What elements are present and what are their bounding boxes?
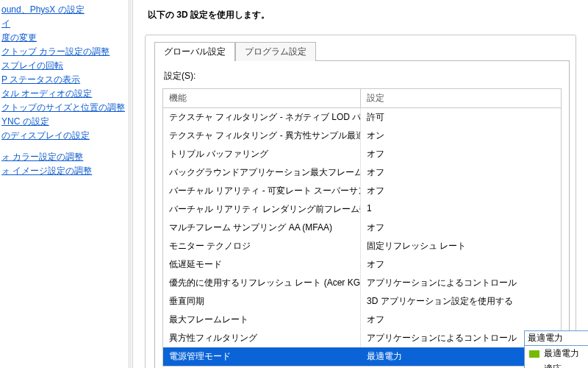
setting-value: オフ (360, 145, 561, 163)
tab-body: 設定(S): 機能 設定 テクスチャ フィルタリング - ネガティブ LOD バ… (154, 60, 570, 368)
nav-sidebar: ound、PhysX の設定 イ 度の変更 クトップ カラー設定の調整 スプレイ… (0, 0, 129, 368)
setting-name: 電源管理モード (163, 347, 360, 366)
setting-name: 垂直同期 (163, 292, 360, 311)
setting-name: テクスチャ フィルタリング - 異方性サンプル最適化 (163, 127, 360, 145)
setting-value: オン (360, 127, 561, 145)
setting-value: 固定リフレッシュ レート (360, 237, 561, 255)
tab-global[interactable]: グローバル設定 (154, 42, 235, 61)
setting-row[interactable]: 最大フレームレートオフ (163, 311, 561, 329)
column-name: 機能 (163, 89, 360, 107)
setting-row[interactable]: 優先的に使用するリフレッシュ レート (Acer KG251Q)アプリケーション… (163, 274, 561, 292)
setting-name: 最大フレームレート (163, 311, 360, 329)
nvidia-icon (529, 350, 539, 358)
dropdown-option[interactable]: 適応 (525, 361, 588, 368)
setting-value: アプリケーションによるコントロール (360, 274, 561, 292)
setting-value: 許可 (360, 108, 561, 127)
tab-program[interactable]: プログラム設定 (235, 42, 316, 61)
setting-row[interactable]: 低遅延モードオフ (163, 255, 561, 274)
setting-name: バックグラウンドアプリケーション最大フレームレート (163, 163, 360, 182)
dropdown-option-label: 最適電力 (544, 347, 579, 360)
dropdown-option[interactable]: 最適電力 (525, 346, 588, 361)
setting-value: オフ (360, 163, 561, 182)
setting-row[interactable]: バーチャル リアリティ - 可変レート スーパーサンプリングオフ (163, 182, 561, 200)
nav-link[interactable]: タル オーディオの設定 (1, 87, 127, 101)
grid-header: 機能 設定 (163, 89, 561, 108)
column-value: 設定 (360, 89, 561, 107)
dropdown-field[interactable]: 最適電力 ⌄ (525, 331, 588, 346)
setting-row[interactable]: モニター テクノロジ固定リフレッシュ レート (163, 237, 561, 255)
setting-row[interactable]: テクスチャ フィルタリング - ネガティブ LOD バイアス許可 (163, 108, 561, 127)
nav-link[interactable]: クトップ カラー設定の調整 (1, 45, 127, 59)
setting-value: オフ (360, 311, 561, 329)
dropdown-value: 最適電力 (528, 332, 588, 344)
setting-name: バーチャル リアリティ レンダリング前フレーム数 (163, 200, 360, 219)
nav-link[interactable]: クトップのサイズと位置の調整 (1, 101, 127, 115)
setting-row[interactable]: 電源管理モード最適電力 (163, 347, 561, 366)
setting-value: オフ (360, 219, 561, 237)
settings-panel: グローバル設定 プログラム設定 設定(S): 機能 設定 テクスチャ フィルタリ… (145, 35, 576, 368)
setting-name: トリプル バッファリング (163, 145, 360, 163)
nav-link[interactable]: ound、PhysX の設定 (1, 3, 127, 17)
nav-link[interactable]: スプレイの回転 (1, 59, 127, 73)
setting-row[interactable]: マルチフレーム サンプリング AA (MFAA)オフ (163, 219, 561, 237)
setting-row[interactable]: トリプル バッファリングオフ (163, 145, 561, 163)
nav-link[interactable]: ォ カラー設定の調整 (1, 150, 127, 164)
nav-link[interactable]: のディスプレイの設定 (1, 129, 127, 143)
dropdown-option-label: 適応 (544, 363, 562, 368)
setting-name: バーチャル リアリティ - 可変レート スーパーサンプリング (163, 182, 360, 200)
settings-label: 設定(S): (164, 70, 562, 82)
nav-link[interactable]: イ (1, 17, 127, 31)
setting-value: オフ (360, 255, 561, 274)
tab-bar: グローバル設定 プログラム設定 (154, 41, 576, 60)
dropdown-list: 最適電力適応パフォーマンス最大化を優先 (525, 346, 588, 368)
nav-link[interactable]: ォ イメージ設定の調整 (1, 164, 127, 178)
setting-row[interactable]: 異方性フィルタリングアプリケーションによるコントロール (163, 329, 561, 347)
nav-link[interactable]: YNC の設定 (1, 115, 127, 129)
setting-name: 異方性フィルタリング (163, 329, 360, 347)
setting-name: 低遅延モード (163, 255, 360, 274)
nav-link[interactable]: 度の変更 (1, 31, 127, 45)
power-mode-dropdown[interactable]: 最適電力 ⌄ 最適電力適応パフォーマンス最大化を優先 (524, 330, 588, 368)
nav-link[interactable]: P ステータスの表示 (1, 73, 127, 87)
setting-value: 3D アプリケーション設定を使用する (360, 292, 561, 311)
setting-name: マルチフレーム サンプリング AA (MFAA) (163, 219, 360, 237)
setting-row[interactable]: バーチャル リアリティ レンダリング前フレーム数1 (163, 200, 561, 219)
setting-name: モニター テクノロジ (163, 237, 360, 255)
setting-row[interactable]: 垂直同期3D アプリケーション設定を使用する (163, 292, 561, 311)
setting-value: 1 (360, 200, 561, 219)
settings-grid: 機能 設定 テクスチャ フィルタリング - ネガティブ LOD バイアス許可テク… (162, 88, 562, 367)
section-heading: 以下の 3D 設定を使用します。 (148, 9, 576, 21)
setting-name: テクスチャ フィルタリング - ネガティブ LOD バイアス (163, 108, 360, 127)
setting-row[interactable]: バックグラウンドアプリケーション最大フレームレートオフ (163, 163, 561, 182)
setting-row[interactable]: テクスチャ フィルタリング - 異方性サンプル最適化オン (163, 127, 561, 145)
setting-name: 優先的に使用するリフレッシュ レート (Acer KG251Q) (163, 274, 360, 292)
setting-value: オフ (360, 182, 561, 200)
main-pane: 以下の 3D 設定を使用します。 グローバル設定 プログラム設定 設定(S): … (133, 0, 588, 368)
